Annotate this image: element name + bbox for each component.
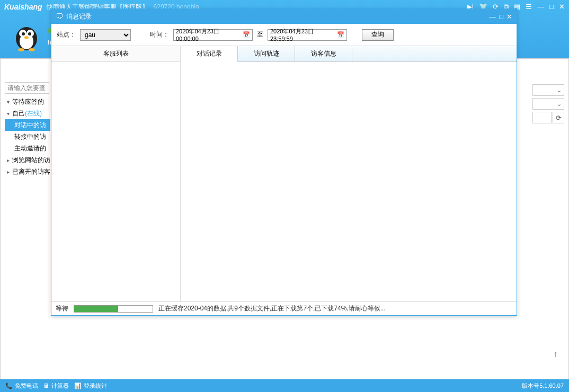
time-label: 时间： [150,30,169,39]
right-panel-controls: ⌄ ⌄ ⟳ [532,84,564,123]
dialog-minimize-icon[interactable]: — [489,13,496,21]
footer-version: 版本号5.1.60.07 [522,382,564,390]
refresh-button[interactable]: ⟳ [553,112,564,123]
footer-phone[interactable]: 📞免费电话 [5,382,38,390]
brand-logo: Kuaishang [4,3,42,11]
status-message: 正在缓存2020-04的数据,共9个数据文件,正在下载第7个,已下载74%,请耐… [158,304,386,313]
penguin-avatar-icon [11,20,42,52]
dropdown-1[interactable]: ⌄ [532,84,564,96]
minimize-icon[interactable]: — [537,3,544,11]
maximize-icon[interactable]: □ [549,3,554,11]
dialog-body: 客服列表 对话记录 访问轨迹 访客信息 [51,46,517,301]
date-from-input[interactable]: 2020年04月23日 00:00:00 📅 [173,29,253,41]
dialog-title-text: 消息记录 [66,12,92,21]
dropdown-2[interactable]: ⌄ [532,98,564,110]
tree-browsing[interactable]: ▸浏览网站的访 [5,154,50,166]
tree-in-dialog[interactable]: 对话中的访 [5,119,50,131]
stat-icon: 📊 [74,382,82,389]
dialog-status-bar: 等待 正在缓存2020-04的数据,共9个数据文件,正在下载第7个,已下载74%… [51,301,517,315]
search-input[interactable] [5,82,49,94]
dialog-right-panel: 对话记录 访问轨迹 访客信息 [181,46,517,301]
dialog-filter-bar: 站点： gau 时间： 2020年04月23日 00:00:00 📅 至 202… [51,24,517,46]
calc-icon: 🖩 [43,382,49,389]
svg-point-4 [22,32,25,35]
dialog-close-icon[interactable]: ✕ [506,13,512,21]
phone-icon: 📞 [5,382,13,389]
site-label: 站点： [57,30,76,39]
footer-calc[interactable]: 🖩计算器 [43,382,69,390]
tree-self[interactable]: ▾自己(在线) [5,108,50,119]
left-tree: ▾等待应答的 ▾自己(在线) 对话中的访 转接中的访 主动邀请的 ▸浏览网站的访… [5,96,50,177]
tree-waiting[interactable]: ▾等待应答的 [5,96,50,108]
svg-point-7 [18,48,24,51]
dialog-icon: 🗨 [56,12,63,21]
query-button[interactable]: 查询 [362,29,394,41]
chevron-down-icon: ▾ [7,111,12,117]
tab-content [181,62,517,301]
progress-bar [74,305,153,313]
site-select[interactable]: gau [80,29,131,41]
svg-point-6 [24,36,29,39]
close-icon[interactable]: ✕ [559,3,565,11]
chevron-right-icon: ▸ [7,157,12,163]
dropdown-3[interactable] [532,112,552,123]
progress-fill [74,306,118,312]
tree-left[interactable]: ▸已离开的访客 [5,166,50,177]
svg-point-5 [28,32,31,35]
dialog-window-controls: — □ ✕ [489,13,512,21]
footer-stat[interactable]: 📊登录统计 [74,382,107,390]
tab-visitor-info[interactable]: 访客信息 [295,46,352,61]
tree-invited[interactable]: 主动邀请的 [5,142,50,154]
agent-list-header: 客服列表 [51,46,180,62]
to-label: 至 [257,30,263,39]
chevron-down-icon: ▾ [7,99,12,105]
dialog-titlebar[interactable]: 🗨 消息记录 — □ ✕ [51,9,517,24]
chevron-right-icon: ▸ [7,169,12,175]
status-wait-label: 等待 [56,304,68,313]
tab-visit-track[interactable]: 访问轨迹 [238,46,295,61]
calendar-icon: 📅 [243,31,250,38]
tree-transfer[interactable]: 转接中的访 [5,131,50,142]
dialog-tabs: 对话记录 访问轨迹 访客信息 [181,46,517,62]
calendar-icon: 📅 [337,31,344,38]
footer-statusbar: 📞免费电话 🖩计算器 📊登录统计 版本号5.1.60.07 [0,379,569,392]
tab-dialog-log[interactable]: 对话记录 [181,46,238,62]
tray-icon[interactable]: ☰ [526,3,532,11]
footer-left: 📞免费电话 🖩计算器 📊登录统计 [5,382,107,390]
svg-point-8 [29,48,35,51]
message-log-dialog: 🗨 消息记录 — □ ✕ 站点： gau 时间： 2020年04月23日 00:… [51,8,517,316]
dialog-left-panel: 客服列表 [51,46,181,301]
scroll-top-button[interactable]: ⤒ [550,349,561,360]
dialog-maximize-icon[interactable]: □ [499,13,503,21]
date-to-input[interactable]: 2020年04月23日 23:59:59 📅 [268,29,347,41]
